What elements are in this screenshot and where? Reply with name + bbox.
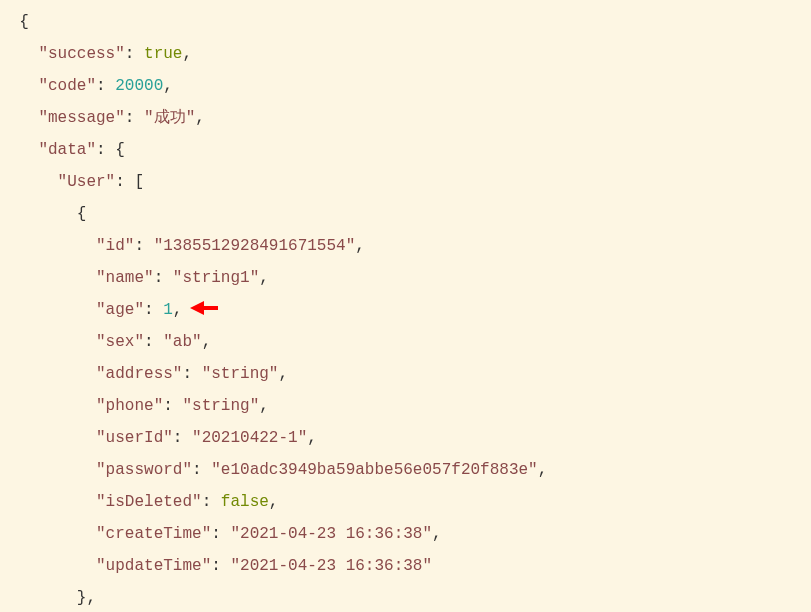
json-key: "name" [96, 269, 154, 287]
json-key: "userId" [96, 429, 173, 447]
json-value: "20210422-1" [192, 429, 307, 447]
json-key: "code" [38, 77, 96, 95]
json-line: "updateTime": "2021-04-23 16:36:38" [0, 550, 811, 582]
json-key: "User" [58, 173, 116, 191]
json-line: "userId": "20210422-1", [0, 422, 811, 454]
json-line: "sex": "ab", [0, 326, 811, 358]
json-value: "2021-04-23 16:36:38" [230, 525, 432, 543]
json-value: "string" [182, 397, 259, 415]
json-line: "code": 20000, [0, 70, 811, 102]
json-key: "success" [38, 45, 124, 63]
json-value: "ab" [163, 333, 201, 351]
json-line: "password": "e10adc3949ba59abbe56e057f20… [0, 454, 811, 486]
json-key: "message" [38, 109, 124, 127]
json-line: "id": "1385512928491671554", [0, 230, 811, 262]
json-key: "sex" [96, 333, 144, 351]
json-line: }, [0, 582, 811, 612]
json-line: "message": "成功", [0, 102, 811, 134]
json-line: "address": "string", [0, 358, 811, 390]
json-value: "string1" [173, 269, 259, 287]
json-line: "data": { [0, 134, 811, 166]
json-line: "name": "string1", [0, 262, 811, 294]
json-value: 1 [163, 301, 173, 319]
json-key: "phone" [96, 397, 163, 415]
json-line: "isDeleted": false, [0, 486, 811, 518]
json-viewer: { "json": { "success_key": "\"success\""… [0, 0, 811, 612]
json-key: "data" [38, 141, 96, 159]
json-key: "createTime" [96, 525, 211, 543]
json-key: "updateTime" [96, 557, 211, 575]
json-value: false [221, 493, 269, 511]
json-value: "2021-04-23 16:36:38" [230, 557, 432, 575]
json-line-highlight: "age": 1, [0, 294, 811, 326]
json-key: "password" [96, 461, 192, 479]
json-value: true [144, 45, 182, 63]
json-key: "age" [96, 301, 144, 319]
json-line: { [0, 6, 811, 38]
json-line: { [0, 198, 811, 230]
json-value: "e10adc3949ba59abbe56e057f20f883e" [211, 461, 537, 479]
json-key: "address" [96, 365, 182, 383]
json-line: "createTime": "2021-04-23 16:36:38", [0, 518, 811, 550]
json-value: "成功" [144, 109, 195, 127]
json-line: "User": [ [0, 166, 811, 198]
json-value: 20000 [115, 77, 163, 95]
json-value: "string" [202, 365, 279, 383]
json-key: "id" [96, 237, 134, 255]
json-value: "1385512928491671554" [154, 237, 356, 255]
json-key: "isDeleted" [96, 493, 202, 511]
json-line: "phone": "string", [0, 390, 811, 422]
json-line: "success": true, [0, 38, 811, 70]
